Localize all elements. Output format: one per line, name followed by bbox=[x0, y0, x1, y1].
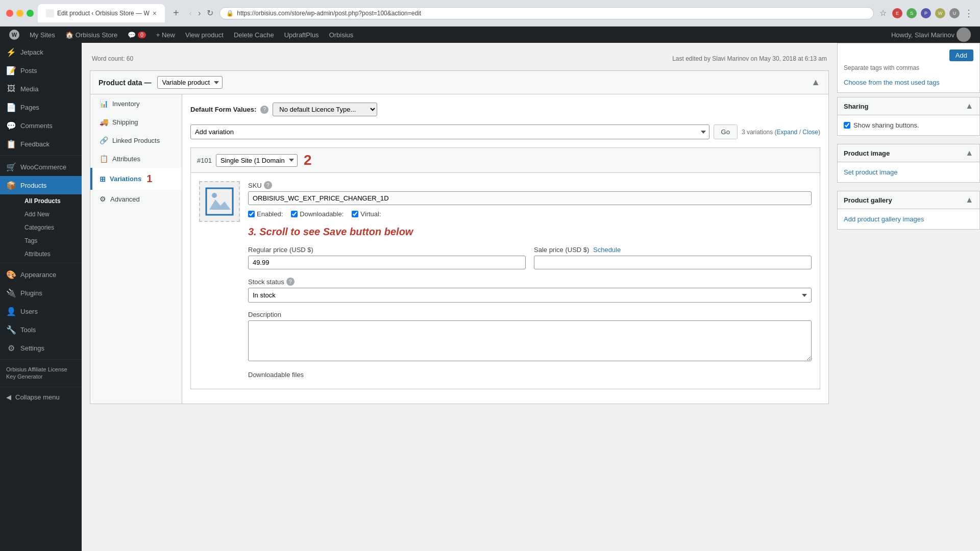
close-link[interactable]: Close bbox=[802, 129, 818, 136]
tab-variations[interactable]: ⊞ Variations 1 bbox=[90, 168, 182, 190]
bookmark-star-icon[interactable]: ☆ bbox=[878, 8, 888, 18]
tab-attributes[interactable]: 📋 Attributes bbox=[90, 149, 182, 168]
howdy-text: Howdy, Slavi Marinov bbox=[891, 31, 954, 39]
sharing-collapse-icon[interactable]: ▲ bbox=[965, 102, 973, 111]
comments-menu[interactable]: 💬 0 bbox=[122, 27, 151, 43]
sidebar-item-woocommerce[interactable]: 🛒 WooCommerce bbox=[0, 158, 82, 176]
sidebar-item-feedback[interactable]: 📋 Feedback bbox=[0, 135, 82, 153]
product-gallery-collapse-icon[interactable]: ▲ bbox=[965, 195, 973, 205]
default-form-help-icon[interactable]: ? bbox=[260, 106, 268, 114]
view-product-menu[interactable]: View product bbox=[180, 27, 229, 43]
sku-help-icon[interactable]: ? bbox=[264, 181, 272, 189]
collapse-menu-btn[interactable]: ◀ Collapse menu bbox=[0, 389, 82, 405]
sku-label: SKU ? bbox=[248, 181, 812, 189]
product-type-select[interactable]: Variable product bbox=[157, 76, 223, 89]
tab-attributes-label: Attributes bbox=[112, 155, 140, 163]
wallet-icon[interactable]: W bbox=[935, 8, 945, 18]
annotation-2: 2 bbox=[304, 152, 312, 168]
sharing-widget-header: Sharing ▲ bbox=[838, 97, 979, 115]
browser-nav: ‹ › ↻ bbox=[187, 6, 216, 20]
sharing-widget-body: Show sharing buttons. bbox=[838, 115, 979, 135]
expand-link[interactable]: Expand bbox=[777, 129, 798, 136]
downloadable-checkbox[interactable] bbox=[291, 211, 298, 217]
description-textarea[interactable] bbox=[248, 320, 812, 361]
enabled-label: Enabled: bbox=[248, 210, 283, 218]
sidebar-item-media[interactable]: 🖼 Media bbox=[0, 80, 82, 98]
sidebar-item-products[interactable]: 📦 Products bbox=[0, 176, 82, 194]
schedule-link[interactable]: Schedule bbox=[593, 246, 621, 254]
sidebar-sub-attributes[interactable]: Attributes bbox=[6, 247, 82, 261]
default-form-values-select[interactable]: No default Licence Type... bbox=[273, 103, 377, 116]
sidebar-item-posts[interactable]: 📝 Posts bbox=[0, 61, 82, 80]
refresh-btn[interactable]: ↻ bbox=[205, 6, 215, 20]
sale-price-col: Sale price (USD $) Schedule bbox=[534, 246, 812, 269]
regular-price-input[interactable] bbox=[248, 256, 526, 269]
sidebar-item-tools[interactable]: 🔧 Tools bbox=[0, 320, 82, 339]
enabled-checkbox[interactable] bbox=[248, 211, 255, 217]
variation-image-btn[interactable] bbox=[199, 181, 240, 222]
variation-site-select[interactable]: Single Site (1 Domain bbox=[216, 154, 298, 167]
sidebar-item-appearance[interactable]: 🎨 Appearance bbox=[0, 265, 82, 284]
pages-icon: 📄 bbox=[6, 102, 16, 112]
shield-icon[interactable]: P bbox=[921, 8, 931, 18]
sidebar-sub-all-products[interactable]: All Products bbox=[6, 194, 82, 208]
extensions-icon[interactable]: E bbox=[892, 8, 902, 18]
product-image-collapse-icon[interactable]: ▲ bbox=[965, 148, 973, 158]
sidebar-item-users[interactable]: 👤 Users bbox=[0, 302, 82, 320]
variation-body: SKU ? bbox=[191, 173, 820, 389]
browser-close-btn[interactable] bbox=[6, 10, 13, 17]
delete-cache-label: Delete Cache bbox=[234, 31, 274, 39]
forward-btn[interactable]: › bbox=[196, 7, 203, 20]
new-content-menu[interactable]: + New bbox=[151, 27, 180, 43]
tab-advanced[interactable]: ⚙ Advanced bbox=[90, 190, 182, 208]
sidebar-item-plugins[interactable]: 🔌 Plugins bbox=[0, 284, 82, 302]
sku-input[interactable] bbox=[248, 191, 812, 205]
sidebar-item-jetpack[interactable]: ⚡ Jetpack bbox=[0, 43, 82, 61]
sidebar-item-pages[interactable]: 📄 Pages bbox=[0, 98, 82, 116]
regular-price-col: Regular price (USD $) bbox=[248, 246, 526, 269]
go-button[interactable]: Go bbox=[714, 124, 738, 139]
jetpack-icon: ⚡ bbox=[6, 47, 16, 57]
wp-logo-menu[interactable]: W bbox=[4, 27, 24, 43]
collapse-product-data-btn[interactable]: ▲ bbox=[811, 77, 820, 88]
profile-icon[interactable]: U bbox=[949, 8, 960, 18]
my-sites-menu[interactable]: My Sites bbox=[24, 27, 60, 43]
tab-inventory[interactable]: 📊 Inventory bbox=[90, 94, 182, 113]
sidebar-item-affiliate[interactable]: Orbisius Affiliate License Key Generator bbox=[0, 362, 82, 385]
sidebar-item-settings[interactable]: ⚙ Settings bbox=[0, 339, 82, 357]
virtual-checkbox[interactable] bbox=[352, 211, 358, 217]
browser-tab[interactable]: Edit product ‹ Orbisius Store — W × bbox=[38, 4, 165, 22]
sale-price-input[interactable] bbox=[534, 256, 812, 269]
delete-cache-menu[interactable]: Delete Cache bbox=[229, 27, 279, 43]
browser-max-btn[interactable] bbox=[27, 10, 34, 17]
menu-icon[interactable]: ⋮ bbox=[964, 8, 974, 18]
downloadable-text: Downloadable: bbox=[300, 210, 344, 218]
tab-linked-products[interactable]: 🔗 Linked Products bbox=[90, 131, 182, 149]
back-btn[interactable]: ‹ bbox=[187, 7, 194, 20]
new-tab-btn[interactable]: + bbox=[169, 7, 183, 19]
sidebar-sub-add-new[interactable]: Add New bbox=[6, 208, 82, 221]
address-bar[interactable]: 🔒 https://orbisius.com/store/wp-admin/po… bbox=[219, 7, 874, 19]
orbisius-menu[interactable]: Orbisius bbox=[324, 27, 359, 43]
user-greeting[interactable]: Howdy, Slavi Marinov bbox=[886, 27, 976, 43]
tab-shipping[interactable]: 🚚 Shipping bbox=[90, 113, 182, 131]
set-product-image-link[interactable]: Set product image bbox=[844, 168, 898, 176]
stock-status-help-icon[interactable]: ? bbox=[286, 278, 295, 286]
sidebar-sub-tags[interactable]: Tags bbox=[6, 234, 82, 247]
sidebar-plugins-label: Plugins bbox=[20, 289, 42, 297]
browser-actions: ☆ E S P W U ⋮ bbox=[878, 8, 974, 18]
user-avatar bbox=[957, 28, 971, 42]
add-gallery-images-link[interactable]: Add product gallery images bbox=[844, 215, 924, 223]
updraftplus-menu[interactable]: UpdraftPlus bbox=[279, 27, 324, 43]
choose-tags-link[interactable]: Choose from the most used tags bbox=[844, 79, 973, 86]
sidebar-item-comments[interactable]: 💬 Comments bbox=[0, 116, 82, 135]
add-tag-button[interactable]: Add bbox=[949, 49, 973, 61]
add-variation-select[interactable]: Add variation bbox=[190, 124, 709, 139]
sidebar-sub-categories[interactable]: Categories bbox=[6, 221, 82, 234]
stock-status-select[interactable]: In stock bbox=[248, 288, 812, 303]
browser-min-btn[interactable] bbox=[16, 10, 23, 17]
store-name-menu[interactable]: 🏠 Orbisius Store bbox=[60, 27, 122, 43]
show-sharing-checkbox[interactable] bbox=[844, 122, 850, 129]
sync-icon[interactable]: S bbox=[906, 8, 917, 18]
tab-close[interactable]: × bbox=[153, 9, 157, 17]
